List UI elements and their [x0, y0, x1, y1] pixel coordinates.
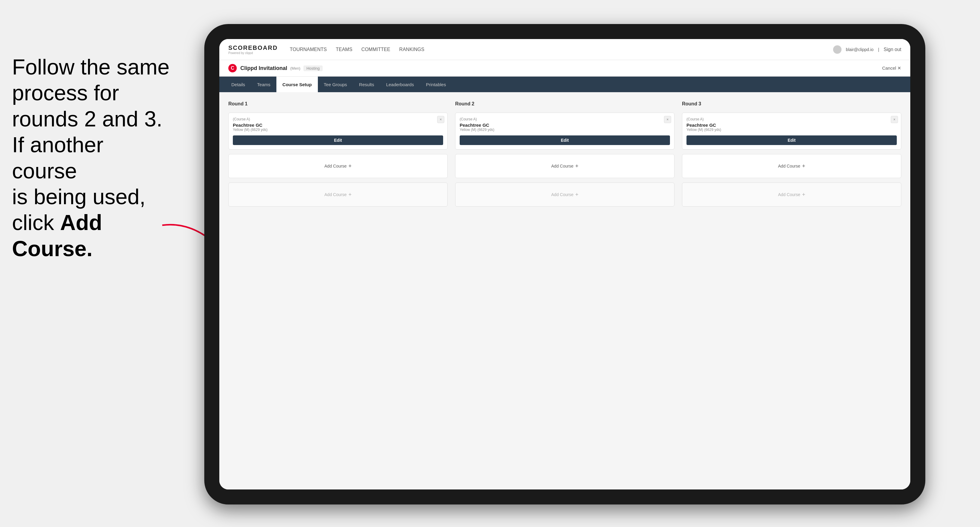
round-1-add-course-2: Add Course +: [228, 183, 448, 206]
round-3-label: Round 3: [682, 101, 901, 106]
rounds-grid: Round 1 × (Course A) Peachtree GC Yellow…: [228, 101, 901, 206]
tablet-screen: SCOREBOARD Powered by clippd TOURNAMENTS…: [219, 39, 910, 489]
round-1-add-course-text-1: Add Course +: [325, 163, 352, 169]
tournament-title: Clippd Invitational: [240, 65, 287, 71]
round-2-course-card: × (Course A) Peachtree GC Yellow (M) (66…: [455, 113, 675, 149]
round-1-add-plus-1: +: [348, 163, 352, 169]
tab-leaderboards[interactable]: Leaderboards: [380, 76, 420, 92]
cancel-button[interactable]: Cancel ✕: [882, 65, 901, 71]
add-course-bold: Add Course.: [12, 211, 102, 260]
round-1-delete-btn[interactable]: ×: [437, 116, 444, 123]
tab-bar: Details Teams Course Setup Tee Groups Re…: [219, 76, 910, 92]
round-1-course-card: × (Course A) Peachtree GC Yellow (M) (66…: [228, 113, 448, 149]
round-2-add-course-1[interactable]: Add Course +: [455, 154, 675, 178]
round-2-delete-btn[interactable]: ×: [664, 116, 671, 123]
round-3-course-name: Peachtree GC: [686, 122, 897, 128]
round-2-column: Round 2 × (Course A) Peachtree GC Yellow…: [455, 101, 675, 206]
round-2-add-course-text-1: Add Course +: [551, 163, 578, 169]
round-3-course-card: × (Course A) Peachtree GC Yellow (M) (66…: [682, 113, 901, 149]
tablet-device: SCOREBOARD Powered by clippd TOURNAMENTS…: [204, 24, 925, 505]
tab-course-setup[interactable]: Course Setup: [277, 76, 318, 92]
round-1-label: Round 1: [228, 101, 448, 106]
hosting-badge: Hosting: [304, 65, 323, 71]
tournament-gender: (Men): [290, 66, 301, 71]
sub-header: C Clippd Invitational (Men) Hosting Canc…: [219, 60, 910, 76]
round-3-edit-button[interactable]: Edit: [686, 135, 897, 145]
round-3-add-plus-2: +: [802, 192, 805, 198]
round-1-course-slot: (Course A): [233, 117, 443, 121]
nav-links: TOURNAMENTS TEAMS COMMITTEE RANKINGS: [290, 45, 833, 54]
nav-rankings[interactable]: RANKINGS: [399, 45, 425, 54]
round-1-edit-button[interactable]: Edit: [233, 135, 443, 145]
round-3-course-details: Yellow (M) (6629 yds): [686, 128, 897, 132]
nav-separator: |: [878, 47, 879, 52]
round-2-add-course-text-2: Add Course +: [551, 192, 578, 198]
scoreboard-logo: SCOREBOARD: [228, 44, 278, 51]
round-2-edit-button[interactable]: Edit: [460, 135, 670, 145]
round-2-add-plus-1: +: [575, 163, 579, 169]
round-1-add-plus-2: +: [348, 192, 352, 198]
tab-details[interactable]: Details: [225, 76, 251, 92]
tab-printables[interactable]: Printables: [420, 76, 452, 92]
round-2-add-plus-2: +: [575, 192, 579, 198]
round-1-course-details: Yellow (M) (6629 yds): [233, 128, 443, 132]
round-2-course-slot: (Course A): [460, 117, 670, 121]
tab-teams[interactable]: Teams: [251, 76, 277, 92]
round-2-add-course-2: Add Course +: [455, 183, 675, 206]
nav-committee[interactable]: COMMITTEE: [361, 45, 390, 54]
round-1-course-name: Peachtree GC: [233, 122, 443, 128]
tab-results[interactable]: Results: [353, 76, 380, 92]
logo-subtitle: Powered by clippd: [228, 51, 278, 55]
logo-area: SCOREBOARD Powered by clippd: [228, 44, 278, 55]
round-3-column: Round 3 × (Course A) Peachtree GC Yellow…: [682, 101, 901, 206]
user-avatar: [833, 45, 842, 54]
user-email: blair@clippd.io: [846, 47, 873, 52]
top-nav: SCOREBOARD Powered by clippd TOURNAMENTS…: [219, 39, 910, 60]
round-3-add-course-text-1: Add Course +: [778, 163, 805, 169]
round-2-label: Round 2: [455, 101, 675, 106]
round-3-add-course-2: Add Course +: [682, 183, 901, 206]
round-3-add-course-text-2: Add Course +: [778, 192, 805, 198]
round-1-add-course-1[interactable]: Add Course +: [228, 154, 448, 178]
instruction-text: Follow the same process for rounds 2 and…: [12, 55, 169, 260]
clippd-logo: C: [228, 64, 237, 72]
round-1-add-course-text-2: Add Course +: [325, 192, 352, 198]
nav-tournaments[interactable]: TOURNAMENTS: [290, 45, 326, 54]
round-3-add-course-1[interactable]: Add Course +: [682, 154, 901, 178]
instruction-panel: Follow the same process for rounds 2 and…: [0, 42, 186, 273]
nav-teams[interactable]: TEAMS: [336, 45, 352, 54]
round-3-delete-btn[interactable]: ×: [891, 116, 898, 123]
round-3-course-slot: (Course A): [686, 117, 897, 121]
round-3-add-plus-1: +: [802, 163, 805, 169]
round-2-course-details: Yellow (M) (6629 yds): [460, 128, 670, 132]
tab-tee-groups[interactable]: Tee Groups: [318, 76, 353, 92]
sign-out-link[interactable]: Sign out: [884, 45, 901, 54]
round-2-course-name: Peachtree GC: [460, 122, 670, 128]
main-content: Round 1 × (Course A) Peachtree GC Yellow…: [219, 92, 910, 489]
round-1-column: Round 1 × (Course A) Peachtree GC Yellow…: [228, 101, 448, 206]
nav-right: blair@clippd.io | Sign out: [833, 45, 901, 54]
